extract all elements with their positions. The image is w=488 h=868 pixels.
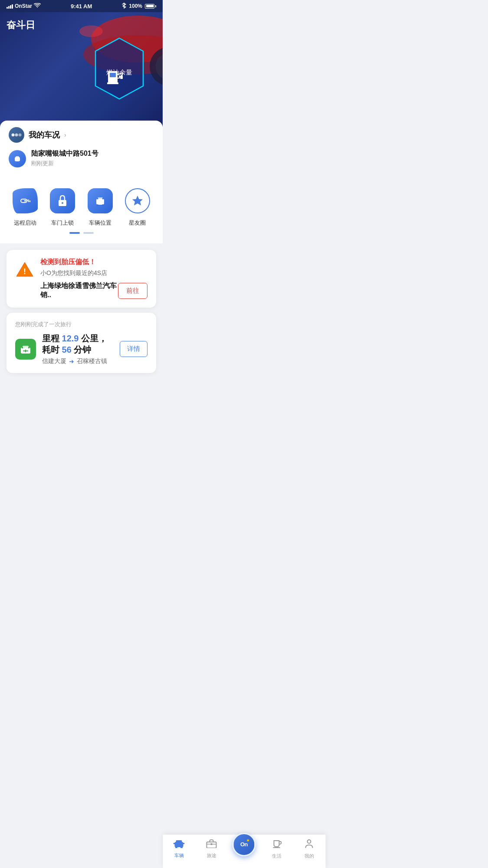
status-bar-time: 9:41 AM xyxy=(71,3,92,10)
trip-detail-button[interactable]: 详情 xyxy=(120,341,147,357)
alert-card: ! 检测到胎压偏低！ 小O为您找到最近的4S店 上海绿地徐通雪佛兰汽车销.. 前… xyxy=(7,250,156,308)
trip-card-header: 您刚刚完成了一次旅行 xyxy=(15,321,147,328)
svg-rect-21 xyxy=(28,200,29,202)
trip-icon xyxy=(15,339,36,360)
svg-rect-10 xyxy=(107,82,118,84)
location-info: 陆家嘴银城中路501号 刚刚更新 xyxy=(31,149,98,167)
location-row: 陆家嘴银城中路501号 刚刚更新 xyxy=(0,147,163,174)
door-lock-icon xyxy=(50,188,75,213)
location-icon xyxy=(9,150,26,167)
svg-point-11 xyxy=(12,134,15,137)
svg-point-17 xyxy=(19,161,20,163)
battery-percentage: 100% xyxy=(129,3,142,9)
quick-actions: 远程启动 车门上锁 xyxy=(0,178,163,243)
action-door-lock-label: 车门上锁 xyxy=(51,219,74,227)
trip-info: 里程 12.9 公里，耗时 56 分钟 信建大厦 ➜ 召稼楼古镇 xyxy=(42,333,114,365)
action-remote-start-label: 远程启动 xyxy=(14,219,36,227)
vehicle-location-icon xyxy=(88,188,113,213)
vehicle-status-row[interactable]: 我的车况 › xyxy=(0,121,163,147)
svg-point-24 xyxy=(62,202,63,204)
svg-point-13 xyxy=(19,134,22,137)
action-vehicle-location[interactable]: 车辆位置 xyxy=(86,187,114,227)
dot-1 xyxy=(69,232,80,234)
svg-point-28 xyxy=(102,204,104,206)
svg-rect-35 xyxy=(23,346,29,349)
page-title: 奋斗日 xyxy=(7,19,35,32)
svg-point-30 xyxy=(102,198,103,200)
cards-section: ! 检测到胎压偏低！ 小O为您找到最近的4S店 上海绿地徐通雪佛兰汽车销.. 前… xyxy=(0,243,163,416)
vehicle-section: 我的车况 › 陆家嘴银城中路501号 刚刚更新 xyxy=(0,121,163,178)
alert-shop-name: 上海绿地徐通雪佛兰汽车销.. xyxy=(40,282,118,300)
action-remote-start[interactable]: 远程启动 xyxy=(11,187,39,227)
alert-content: 检测到胎压偏低！ 小O为您找到最近的4S店 上海绿地徐通雪佛兰汽车销.. 前往 xyxy=(40,258,147,300)
chevron-right-icon: › xyxy=(64,131,66,138)
svg-rect-20 xyxy=(27,200,28,201)
svg-rect-9 xyxy=(120,75,123,79)
trip-distance: 里程 12.9 公里，耗时 56 分钟 xyxy=(42,333,114,355)
trip-from: 信建大厦 xyxy=(42,357,66,365)
status-bar: OnStar 9:41 AM 100% xyxy=(0,0,163,12)
svg-rect-36 xyxy=(22,347,23,348)
actions-grid: 远程启动 车门上锁 xyxy=(0,187,163,227)
svg-marker-31 xyxy=(132,196,143,206)
hero-section: 奋斗日 xyxy=(0,12,163,134)
bluetooth-icon xyxy=(122,3,126,10)
action-star-circle-label: 星友圈 xyxy=(129,219,146,227)
svg-point-27 xyxy=(97,204,98,206)
svg-rect-22 xyxy=(29,200,30,202)
alert-action-button[interactable]: 前往 xyxy=(118,283,147,299)
svg-point-29 xyxy=(97,198,98,200)
svg-rect-8 xyxy=(110,73,116,77)
alert-title: 检测到胎压偏低！ xyxy=(40,258,147,267)
svg-point-12 xyxy=(15,134,18,137)
svg-rect-19 xyxy=(24,200,26,202)
fuel-widget[interactable]: 燃油余量 xyxy=(89,34,150,103)
trip-route: 信建大厦 ➜ 召稼楼古镇 xyxy=(42,357,114,365)
remote-start-icon xyxy=(13,188,38,213)
vehicle-status-label: 我的车况 xyxy=(29,130,60,140)
location-address: 陆家嘴银城中路501号 xyxy=(31,149,98,158)
carrier-label: OnStar xyxy=(15,3,32,9)
action-door-lock[interactable]: 车门上锁 xyxy=(49,187,76,227)
svg-text:!: ! xyxy=(23,267,26,276)
location-updated: 刚刚更新 xyxy=(31,160,98,167)
signal-icon xyxy=(7,3,13,9)
battery-icon xyxy=(145,4,156,9)
star-circle-icon xyxy=(125,188,150,213)
status-bar-left: OnStar xyxy=(7,3,41,10)
buick-logo xyxy=(9,127,24,143)
route-arrow-icon: ➜ xyxy=(69,358,74,365)
svg-rect-37 xyxy=(28,347,29,348)
action-star-circle[interactable]: 星友圈 xyxy=(124,187,151,227)
svg-rect-15 xyxy=(16,156,19,158)
dot-2 xyxy=(83,232,94,234)
trip-to: 召稼楼古镇 xyxy=(77,357,107,365)
trip-card: 您刚刚完成了一次旅行 里程 12.9 公里，耗时 56 分钟 信建大厦 ➜ 召稼… xyxy=(7,313,156,373)
status-bar-right: 100% xyxy=(122,3,156,10)
svg-rect-26 xyxy=(98,197,103,200)
svg-point-16 xyxy=(15,161,16,163)
wifi-icon xyxy=(34,3,41,10)
warning-icon: ! xyxy=(15,260,34,279)
action-vehicle-location-label: 车辆位置 xyxy=(89,219,111,227)
alert-subtitle: 小O为您找到最近的4S店 xyxy=(40,269,147,277)
pagination-dots xyxy=(0,227,163,239)
trip-card-body: 里程 12.9 公里，耗时 56 分钟 信建大厦 ➜ 召稼楼古镇 详情 xyxy=(15,333,147,365)
